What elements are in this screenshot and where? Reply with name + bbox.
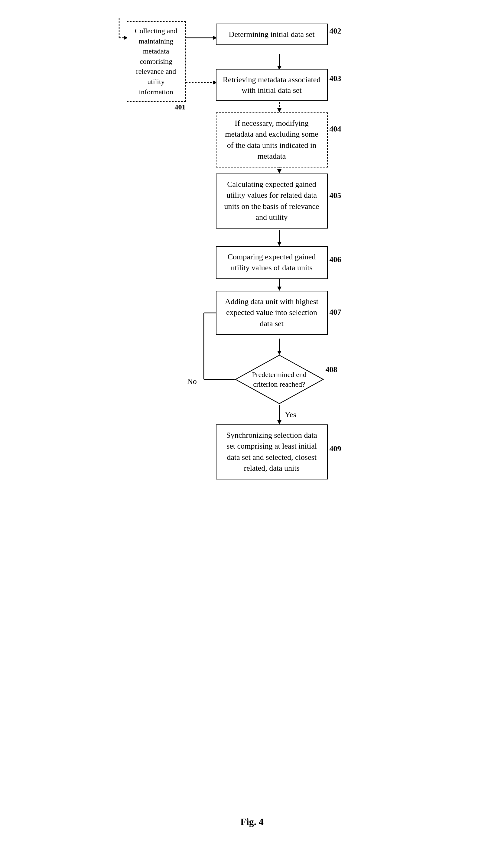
svg-marker-5: [277, 169, 282, 174]
box-407: Adding data unit with highest expected v…: [216, 291, 328, 335]
figure-caption: Fig. 4: [240, 816, 263, 828]
box-403: Retrieving metadata associated with init…: [216, 69, 328, 101]
flowchart-container: Yes No: [116, 18, 388, 828]
label-404: 404: [329, 125, 341, 133]
box-404: If necessary, modifying metadata and exc…: [216, 112, 328, 167]
label-403: 403: [329, 74, 341, 83]
label-401: 401: [127, 103, 186, 111]
flowchart: Yes No: [116, 18, 388, 792]
label-408: 408: [326, 365, 337, 374]
svg-marker-9: [277, 287, 282, 291]
label-405: 405: [329, 191, 341, 200]
svg-marker-7: [277, 242, 282, 246]
box-409: Synchronizing selection data set compris…: [216, 424, 328, 479]
svg-text:No: No: [187, 377, 197, 386]
label-407: 407: [329, 308, 341, 317]
box-405: Calculating expected gained utility valu…: [216, 174, 328, 229]
svg-marker-13: [277, 420, 282, 424]
label-402: 402: [329, 26, 341, 36]
svg-text:Yes: Yes: [285, 410, 296, 419]
diamond-408: Predetermined end criterion reached?: [234, 354, 325, 405]
label-409: 409: [329, 444, 341, 453]
box-402: Determining initial data set: [216, 23, 328, 45]
box-406: Comparing expected gained utility values…: [216, 246, 328, 279]
box-401: Collecting and maintaining metadata comp…: [127, 21, 186, 111]
label-406: 406: [329, 255, 341, 264]
svg-marker-3: [277, 108, 282, 112]
